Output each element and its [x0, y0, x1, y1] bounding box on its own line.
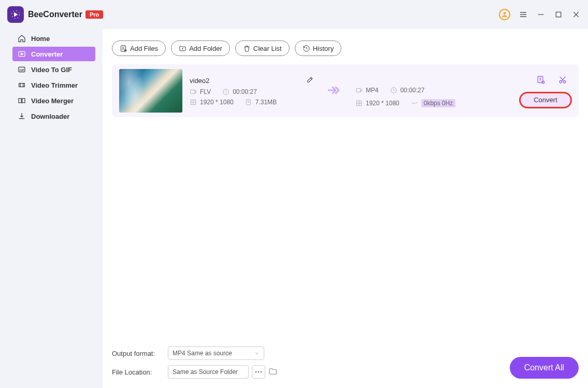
svg-marker-0 — [14, 12, 18, 17]
video-thumbnail — [119, 69, 182, 113]
sidebar-item-label: Downloader — [31, 113, 69, 120]
sidebar-item-label: Home — [31, 35, 50, 43]
svg-rect-10 — [22, 99, 25, 103]
svg-rect-3 — [556, 12, 561, 17]
src-format: FLV — [200, 88, 211, 95]
arrow-icon — [327, 85, 342, 97]
output-format-label: Output format: — [112, 350, 159, 357]
file-location-input[interactable]: Same as Source Folder — [168, 365, 249, 379]
svg-rect-17 — [356, 89, 361, 92]
sidebar-item-label: Video To GIF — [31, 66, 72, 74]
add-files-button[interactable]: Add Files — [112, 40, 166, 56]
footer: Output format: MP4 Same as source File L… — [103, 341, 588, 388]
history-button[interactable]: History — [295, 40, 341, 56]
window-minimize-icon[interactable] — [536, 10, 546, 19]
sidebar-item-video-to-gif[interactable]: GIF Video To GIF — [12, 62, 95, 77]
sidebar-item-video-merger[interactable]: Video Merger — [12, 93, 95, 108]
open-folder-icon[interactable] — [268, 367, 278, 378]
pro-badge: Pro — [85, 10, 103, 19]
sidebar-item-label: Converter — [31, 50, 63, 58]
add-folder-button[interactable]: Add Folder — [171, 40, 230, 56]
src-resolution: 1920 * 1080 — [200, 99, 234, 106]
convert-all-button[interactable]: Convert All — [510, 357, 579, 379]
output-format-select[interactable]: MP4 Same as source — [168, 347, 264, 360]
sidebar-item-converter[interactable]: Converter — [12, 47, 95, 61]
svg-point-2 — [504, 12, 506, 15]
svg-point-24 — [255, 371, 257, 373]
svg-rect-9 — [19, 99, 21, 103]
more-button[interactable] — [252, 365, 265, 379]
file-card: video2 FLV 00:00:27 1920 * 1080 7.31MB — [112, 64, 579, 117]
main-panel: Add Files Add Folder Clear List History — [103, 29, 588, 388]
svg-text:GIF: GIF — [20, 68, 25, 72]
titlebar: BeeConverter Pro — [0, 0, 588, 29]
file-location-label: File Location: — [112, 368, 159, 376]
svg-rect-13 — [191, 90, 195, 94]
svg-marker-5 — [21, 53, 23, 55]
clear-list-button[interactable]: Clear List — [235, 40, 290, 56]
dst-audio: 0kbps 0Hz — [421, 99, 456, 107]
menu-icon[interactable] — [519, 10, 528, 19]
sidebar-item-label: Video Merger — [31, 97, 74, 105]
sidebar: Home Converter GIF Video To GIF Video Tr… — [0, 29, 103, 388]
window-maximize-icon[interactable] — [554, 10, 563, 19]
file-name: video2 — [190, 77, 209, 85]
window-close-icon[interactable] — [571, 10, 581, 19]
src-duration: 00:00:27 — [233, 88, 257, 95]
svg-point-25 — [258, 371, 260, 373]
app-logo — [7, 6, 24, 23]
trim-icon[interactable] — [558, 75, 567, 86]
edit-name-icon[interactable] — [306, 76, 314, 85]
svg-rect-8 — [19, 84, 25, 87]
app-name: BeeConverter — [28, 10, 82, 19]
convert-button[interactable]: Convert — [520, 92, 571, 108]
dst-duration: 00:00:27 — [400, 87, 425, 94]
sidebar-item-home[interactable]: Home — [12, 31, 95, 46]
sidebar-item-label: Video Trimmer — [31, 81, 78, 89]
settings-icon[interactable] — [536, 75, 546, 86]
dst-format: MP4 — [366, 87, 379, 94]
user-avatar-icon[interactable] — [499, 9, 510, 20]
sidebar-item-video-trimmer[interactable]: Video Trimmer — [12, 78, 95, 92]
src-size: 7.31MB — [255, 99, 277, 106]
sidebar-item-downloader[interactable]: Downloader — [12, 109, 95, 123]
svg-point-26 — [261, 371, 262, 373]
dst-resolution: 1920 * 1080 — [366, 100, 399, 107]
chevron-down-icon — [254, 351, 260, 356]
toolbar: Add Files Add Folder Clear List History — [103, 29, 588, 64]
